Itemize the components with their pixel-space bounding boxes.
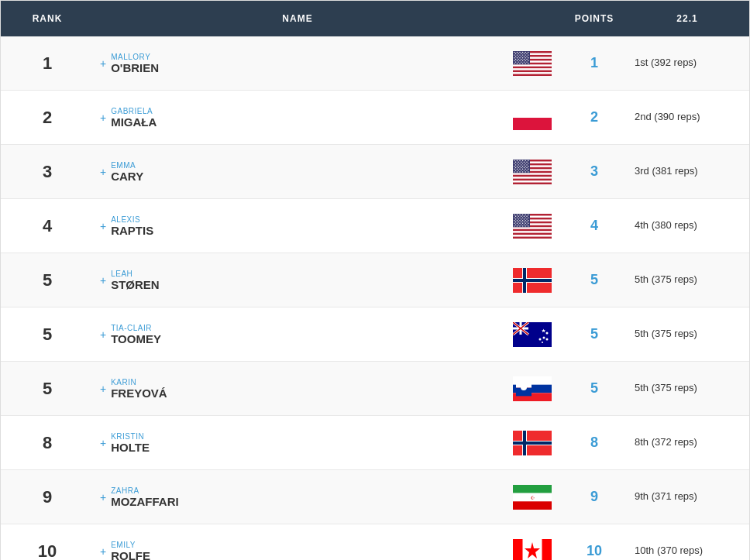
svg-point-99 xyxy=(524,167,525,167)
expand-icon[interactable]: + xyxy=(100,274,106,287)
svg-point-157 xyxy=(524,221,525,222)
svg-point-116 xyxy=(525,171,526,172)
svg-point-41 xyxy=(514,60,514,60)
rank-cell: 1 xyxy=(1,46,94,81)
svg-point-18 xyxy=(526,53,527,53)
athlete-last-name: O'BRIEN xyxy=(111,61,159,74)
svg-point-127 xyxy=(517,214,518,215)
svg-point-170 xyxy=(514,225,514,226)
svg-point-82 xyxy=(522,163,523,163)
svg-point-86 xyxy=(518,164,519,165)
svg-point-25 xyxy=(515,56,516,57)
svg-point-93 xyxy=(522,166,523,167)
svg-point-80 xyxy=(517,163,518,163)
table-row: 5 + KARIN FREYOVÁ 5 5th (375 reps) xyxy=(1,362,749,416)
result-cell: 2nd (390 reps) xyxy=(625,102,749,132)
svg-point-57 xyxy=(528,63,528,64)
svg-point-166 xyxy=(518,224,519,225)
svg-point-126 xyxy=(514,214,514,215)
svg-point-190 xyxy=(543,336,545,338)
table-header: RANK NAME POINTS 22.1 xyxy=(1,1,749,36)
svg-point-191 xyxy=(546,332,549,334)
result-cell: 5th (375 reps) xyxy=(625,265,749,294)
svg-point-68 xyxy=(514,160,514,160)
svg-point-112 xyxy=(514,171,514,172)
svg-point-175 xyxy=(528,225,528,226)
result-cell: 3rd (381 reps) xyxy=(625,156,749,186)
expand-icon[interactable]: + xyxy=(100,112,106,124)
svg-point-87 xyxy=(521,164,521,165)
svg-point-9 xyxy=(517,51,518,52)
points-cell: 4 xyxy=(563,210,625,242)
expand-icon[interactable]: + xyxy=(100,491,106,503)
points-cell: 1 xyxy=(563,47,625,79)
svg-point-54 xyxy=(519,63,520,64)
points-cell: 9 xyxy=(563,481,625,513)
expand-icon[interactable]: + xyxy=(100,57,106,70)
svg-point-43 xyxy=(519,60,520,60)
athlete-first-name: KARIN xyxy=(111,378,167,387)
flag-cell xyxy=(501,160,563,184)
svg-point-144 xyxy=(518,218,519,219)
svg-point-23 xyxy=(525,54,526,55)
svg-point-46 xyxy=(528,60,528,60)
svg-point-70 xyxy=(519,160,520,160)
rank-header: RANK xyxy=(1,10,94,27)
svg-point-32 xyxy=(519,57,520,58)
svg-point-73 xyxy=(528,160,528,160)
athlete-name: GABRIELA MIGAŁA xyxy=(111,107,157,129)
rank-cell: 5 xyxy=(1,371,94,407)
svg-point-69 xyxy=(517,160,518,160)
svg-point-27 xyxy=(521,56,521,57)
expand-icon[interactable]: + xyxy=(100,383,106,395)
result-cell: 4th (380 reps) xyxy=(625,211,749,240)
svg-point-147 xyxy=(526,218,527,219)
svg-point-20 xyxy=(517,54,518,55)
svg-point-79 xyxy=(514,163,514,163)
svg-point-96 xyxy=(515,167,516,167)
svg-point-52 xyxy=(514,63,514,64)
svg-point-50 xyxy=(524,61,525,62)
name-cell: + ZAHRA MOZAFFARI xyxy=(94,479,501,516)
svg-point-134 xyxy=(521,215,521,216)
svg-point-95 xyxy=(528,166,528,167)
athlete-first-name: ZAHRA xyxy=(111,486,179,495)
svg-point-100 xyxy=(526,167,527,167)
svg-point-36 xyxy=(515,58,516,59)
points-cell: 10 xyxy=(563,535,625,560)
svg-point-106 xyxy=(528,168,528,169)
expand-icon[interactable]: + xyxy=(100,328,106,341)
svg-point-136 xyxy=(526,215,527,216)
svg-point-101 xyxy=(514,168,514,169)
svg-rect-207 xyxy=(513,485,552,493)
athlete-name: EMILY ROLFE xyxy=(111,541,150,561)
svg-point-35 xyxy=(528,57,528,58)
svg-point-77 xyxy=(524,161,525,162)
svg-point-10 xyxy=(519,51,520,52)
svg-point-91 xyxy=(517,166,518,167)
athlete-last-name: STØREN xyxy=(111,278,160,291)
svg-point-164 xyxy=(528,222,528,223)
svg-point-132 xyxy=(515,215,516,216)
expand-icon[interactable]: + xyxy=(100,437,106,449)
svg-point-39 xyxy=(524,58,525,59)
athlete-last-name: TOOMEY xyxy=(111,332,161,345)
svg-point-45 xyxy=(525,60,526,60)
expand-icon[interactable]: + xyxy=(100,220,106,232)
svg-point-30 xyxy=(514,57,514,58)
svg-point-28 xyxy=(524,56,525,57)
svg-rect-206 xyxy=(513,441,552,445)
expand-icon[interactable]: + xyxy=(100,166,106,178)
svg-point-150 xyxy=(519,220,520,221)
athlete-name: KRISTIN HOLTE xyxy=(111,432,150,454)
svg-point-129 xyxy=(522,214,523,215)
svg-point-145 xyxy=(521,218,521,219)
svg-point-78 xyxy=(526,161,527,162)
svg-point-74 xyxy=(515,161,516,162)
svg-point-34 xyxy=(525,57,526,58)
svg-point-133 xyxy=(518,215,519,216)
expand-icon[interactable]: + xyxy=(100,545,106,558)
svg-point-137 xyxy=(514,217,514,218)
athlete-name: EMMA CARY xyxy=(111,161,143,183)
svg-point-97 xyxy=(518,167,519,167)
